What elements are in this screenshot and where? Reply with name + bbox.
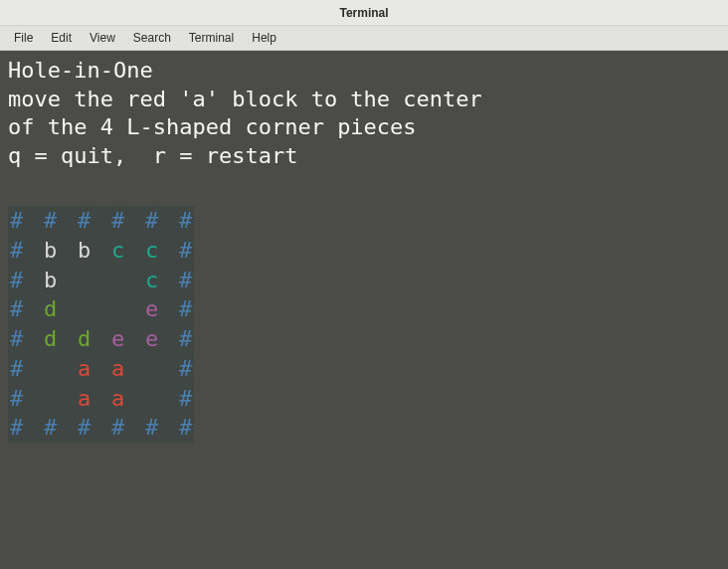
board-gap xyxy=(160,294,177,324)
board-gap xyxy=(59,324,76,354)
board-cell: # xyxy=(143,206,160,236)
board-gap xyxy=(59,413,76,443)
board-gap xyxy=(92,354,109,384)
board-gap xyxy=(92,294,109,324)
board-cell: e xyxy=(143,324,160,354)
board-cell: # xyxy=(177,413,194,443)
board-cell xyxy=(76,294,92,324)
board-gap xyxy=(59,354,76,384)
board-gap xyxy=(92,413,109,443)
board-row: # b c # xyxy=(8,266,194,295)
board-cell xyxy=(143,384,160,414)
board-cell: # xyxy=(177,266,194,295)
board-cell xyxy=(109,266,126,295)
board-cell xyxy=(42,384,59,414)
board-cell: # xyxy=(143,413,160,443)
board-gap xyxy=(25,324,42,354)
game-instructions-2: of the 4 L-shaped corner pieces xyxy=(8,113,720,142)
terminal-area[interactable]: Hole-in-One move the red 'a' block to th… xyxy=(0,51,728,569)
board-gap xyxy=(59,384,76,414)
board-gap xyxy=(25,413,42,443)
board-cell: d xyxy=(76,324,92,354)
board-cell: # xyxy=(8,294,25,324)
board-cell: c xyxy=(143,236,160,266)
board-cell: # xyxy=(177,236,194,266)
board-gap xyxy=(160,384,177,414)
game-board-wrap: # # # # # ## b b c c ## b c ## d e ## d … xyxy=(8,206,194,443)
board-cell: e xyxy=(143,294,160,324)
board-gap xyxy=(25,354,42,384)
menu-terminal[interactable]: Terminal xyxy=(181,28,242,48)
board-gap xyxy=(92,206,109,236)
board-gap xyxy=(126,354,143,384)
board-cell: # xyxy=(42,413,59,443)
board-cell: # xyxy=(8,266,25,295)
board-row: # a a # xyxy=(8,354,194,384)
board-cell: # xyxy=(8,206,25,236)
game-controls: q = quit, r = restart xyxy=(8,142,720,171)
board-cell: # xyxy=(8,413,25,443)
board-cell: # xyxy=(109,413,126,443)
game-board: # # # # # ## b b c c ## b c ## d e ## d … xyxy=(8,206,194,443)
board-gap xyxy=(126,206,143,236)
board-gap xyxy=(126,324,143,354)
board-cell xyxy=(143,354,160,384)
board-gap xyxy=(25,206,42,236)
board-cell: # xyxy=(177,324,194,354)
board-cell: a xyxy=(109,384,126,414)
board-gap xyxy=(92,324,109,354)
board-cell: c xyxy=(143,266,160,295)
board-cell xyxy=(42,354,59,384)
board-cell: # xyxy=(8,236,25,266)
board-gap xyxy=(92,236,109,266)
board-cell: # xyxy=(8,384,25,414)
board-gap xyxy=(25,236,42,266)
board-cell: # xyxy=(177,206,194,236)
board-gap xyxy=(25,384,42,414)
board-gap xyxy=(160,324,177,354)
board-gap xyxy=(126,413,143,443)
board-gap xyxy=(25,294,42,324)
board-cell: # xyxy=(76,413,92,443)
board-row: # a a # xyxy=(8,384,194,414)
board-cell: # xyxy=(8,354,25,384)
board-cell: # xyxy=(177,384,194,414)
board-gap xyxy=(92,384,109,414)
board-gap xyxy=(126,236,143,266)
board-cell: a xyxy=(76,354,92,384)
board-gap xyxy=(25,266,42,295)
board-gap xyxy=(160,206,177,236)
board-cell: # xyxy=(42,206,59,236)
board-cell: e xyxy=(109,324,126,354)
menu-search[interactable]: Search xyxy=(125,28,179,48)
board-gap xyxy=(59,206,76,236)
board-gap xyxy=(160,266,177,295)
window-titlebar: Terminal xyxy=(0,0,728,26)
board-gap xyxy=(160,413,177,443)
board-cell: a xyxy=(109,354,126,384)
board-cell: # xyxy=(8,324,25,354)
board-row: # d d e e # xyxy=(8,324,194,354)
board-cell: b xyxy=(42,236,59,266)
menubar: File Edit View Search Terminal Help xyxy=(0,26,728,51)
board-gap xyxy=(59,266,76,295)
menu-edit[interactable]: Edit xyxy=(43,28,80,48)
board-cell: b xyxy=(42,266,59,295)
menu-help[interactable]: Help xyxy=(244,28,284,48)
board-gap xyxy=(92,266,109,295)
window-title: Terminal xyxy=(339,6,388,20)
board-gap xyxy=(126,294,143,324)
board-gap xyxy=(59,294,76,324)
board-row: # d e # xyxy=(8,294,194,324)
board-cell xyxy=(109,294,126,324)
board-gap xyxy=(160,354,177,384)
game-instructions-1: move the red 'a' block to the center xyxy=(8,86,720,114)
menu-file[interactable]: File xyxy=(6,28,41,48)
board-cell: d xyxy=(42,294,59,324)
menu-view[interactable]: View xyxy=(82,28,123,48)
board-cell xyxy=(76,266,92,295)
board-cell: # xyxy=(177,294,194,324)
board-gap xyxy=(160,236,177,266)
board-gap xyxy=(126,266,143,295)
board-cell: c xyxy=(109,236,126,266)
